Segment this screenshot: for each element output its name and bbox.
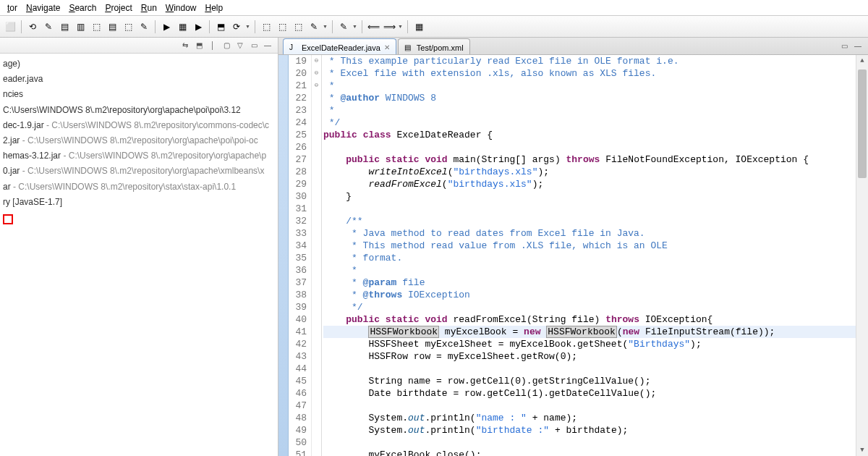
tree-item[interactable]: 2.jar - C:\Users\WINDOWS 8\.m2\repositor… <box>3 133 278 148</box>
dropdown-icon[interactable]: ▼ <box>352 24 358 29</box>
code-line[interactable]: */ <box>323 301 856 313</box>
tab-control-button[interactable]: ▭ <box>838 40 850 51</box>
code-line[interactable]: * @author WINDOWS 8 <box>323 92 856 104</box>
code-line[interactable]: * format. <box>323 252 856 264</box>
code-line[interactable]: * Excel file with extension .xls, also k… <box>323 67 856 80</box>
code-line[interactable] <box>323 141 856 153</box>
view-toolbar-button[interactable]: ▢ <box>221 40 232 51</box>
tree-item[interactable]: age) <box>3 56 278 72</box>
dropdown-icon[interactable]: ▼ <box>323 24 328 29</box>
menu-tor[interactable]: tor <box>3 1 22 14</box>
code-line[interactable]: * <box>323 264 856 276</box>
code-line[interactable]: * This example particularly read Excel f… <box>323 55 856 67</box>
tree-item[interactable]: eader.java <box>3 72 278 87</box>
tree-item[interactable]: dec-1.9.jar - C:\Users\WINDOWS 8\.m2\rep… <box>3 118 278 133</box>
code-line[interactable]: readFromExcel("birthdays.xls"); <box>323 178 856 190</box>
code-line[interactable]: HSSFRow row = myExcelSheet.getRow(0); <box>323 350 856 363</box>
view-toolbar-button[interactable]: ▭ <box>248 40 260 51</box>
fold-toggle-icon[interactable]: ⊖ <box>312 55 321 67</box>
toolbar-button[interactable]: ⬚ <box>121 20 135 34</box>
scroll-down-icon[interactable]: ▼ <box>856 444 868 456</box>
code-line[interactable]: public static void readFromExcel(String … <box>323 313 856 326</box>
code-line[interactable] <box>323 436 856 449</box>
view-toolbar-button[interactable]: ⬒ <box>193 40 205 51</box>
tree-item[interactable]: C:\Users\WINDOWS 8\.m2\repository\org\ap… <box>3 103 278 118</box>
toolbar-button[interactable]: ✎ <box>336 20 351 34</box>
code-line[interactable]: public static void main(String[] args) t… <box>323 153 856 166</box>
tree-item[interactable]: 0.jar - C:\Users\WINDOWS 8\.m2\repositor… <box>3 164 278 179</box>
code-line[interactable]: * <box>323 80 856 92</box>
code-editor[interactable]: 1920212223242526272829303132333435363738… <box>278 55 868 456</box>
code-line[interactable]: String name = row.getCell(0).getStringCe… <box>323 375 856 387</box>
toolbar-button[interactable]: ⟸ <box>366 20 380 34</box>
code-line[interactable]: * This method read value from .XLS file,… <box>323 240 856 252</box>
code-line[interactable]: /** <box>323 215 856 227</box>
code-text[interactable]: * This example particularly read Excel f… <box>322 55 856 456</box>
toolbar-button[interactable]: ▥ <box>73 20 88 34</box>
toolbar-button[interactable]: ⬚ <box>89 20 103 34</box>
code-line[interactable]: System.out.println("name : " + name); <box>323 412 856 424</box>
view-toolbar-button[interactable]: ⇆ <box>179 40 191 51</box>
code-line[interactable]: */ <box>323 117 856 129</box>
toolbar-button[interactable]: ▶ <box>191 20 205 34</box>
tree-item[interactable]: ry [JavaSE-1.7] <box>3 195 278 210</box>
toolbar-button[interactable]: ⬚ <box>275 20 289 34</box>
code-line[interactable]: * <box>323 104 856 117</box>
toolbar-button[interactable]: ▦ <box>175 20 190 34</box>
tree-item[interactable]: ar - C:\Users\WINDOWS 8\.m2\repository\s… <box>3 180 278 195</box>
view-toolbar-button[interactable]: │ <box>207 40 218 51</box>
tab-control-button[interactable]: — <box>852 40 864 51</box>
view-toolbar-button[interactable]: — <box>262 40 273 51</box>
editor-tab[interactable]: JExcelDateReader.java✕ <box>283 38 396 54</box>
menu-navigate[interactable]: Navigate <box>22 1 64 14</box>
code-line[interactable]: Date birthdate = row.getCell(1).getDateC… <box>323 387 856 400</box>
view-toolbar-button[interactable]: ▽ <box>234 40 246 51</box>
menu-search[interactable]: Search <box>64 1 101 14</box>
vertical-scrollbar[interactable]: ▲ ▼ <box>856 55 868 456</box>
code-line[interactable]: writeIntoExcel("birthdays.xls"); <box>323 166 856 178</box>
dropdown-icon[interactable]: ▼ <box>245 24 251 29</box>
toolbar-button[interactable]: ⟳ <box>229 20 244 34</box>
toolbar-button[interactable]: ✎ <box>307 20 321 34</box>
code-line[interactable] <box>323 203 856 215</box>
menu-help[interactable]: Help <box>201 1 228 14</box>
scroll-up-icon[interactable]: ▲ <box>856 55 868 67</box>
fold-toggle-icon[interactable]: ⊖ <box>312 80 321 92</box>
toolbar-button[interactable]: ⬒ <box>213 20 228 34</box>
toolbar-button[interactable]: ✎ <box>137 20 151 34</box>
code-line[interactable] <box>323 363 856 375</box>
toolbar-button[interactable]: ⬜ <box>3 20 17 34</box>
toolbar-button[interactable]: ▤ <box>57 20 72 34</box>
toolbar-button[interactable]: ▦ <box>412 20 426 34</box>
fold-gutter[interactable]: ⊖⊖⊖ <box>312 55 322 456</box>
toolbar-button[interactable]: ⬚ <box>259 20 273 34</box>
code-line[interactable]: * @param file <box>323 276 856 289</box>
code-line[interactable]: } <box>323 190 856 203</box>
menu-project[interactable]: Project <box>101 1 136 14</box>
toolbar-button[interactable]: ⟹ <box>382 20 396 34</box>
toolbar-button[interactable]: ▤ <box>105 20 119 34</box>
code-line[interactable]: * @throws IOException <box>323 289 856 301</box>
code-line[interactable]: System.out.println("birthdate :" + birth… <box>323 424 856 436</box>
fold-toggle-icon[interactable]: ⊖ <box>312 67 321 80</box>
tree-item[interactable]: hemas-3.12.jar - C:\Users\WINDOWS 8\.m2\… <box>3 148 278 164</box>
line-number: 28 <box>289 166 307 178</box>
scroll-thumb[interactable] <box>858 69 867 178</box>
toolbar-button[interactable]: ✎ <box>41 20 56 34</box>
code-line[interactable] <box>323 400 856 412</box>
code-line[interactable]: public class ExcelDateReader { <box>323 129 856 141</box>
toolbar-button[interactable]: ▶ <box>159 20 174 34</box>
dropdown-icon[interactable]: ▼ <box>398 24 404 29</box>
menu-run[interactable]: Run <box>137 1 161 14</box>
code-line[interactable]: HSSFSheet myExcelSheet = myExcelBook.get… <box>323 338 856 350</box>
code-line[interactable]: myExcelBook.close(); <box>323 449 856 456</box>
tree-item[interactable]: ncies <box>3 87 278 102</box>
menu-window[interactable]: Window <box>161 1 201 14</box>
toolbar-button[interactable]: ⟲ <box>25 20 40 34</box>
project-tree[interactable]: age)eader.javanciesC:\Users\WINDOWS 8\.m… <box>0 54 278 232</box>
toolbar-button[interactable]: ⬚ <box>291 20 305 34</box>
close-icon[interactable]: ✕ <box>384 43 390 51</box>
editor-tab[interactable]: ▤Test/pom.xml <box>398 38 470 54</box>
code-line[interactable]: HSSFWorkbook myExcelBook = new HSSFWorkb… <box>323 326 856 338</box>
code-line[interactable]: * Java method to read dates from Excel f… <box>323 227 856 240</box>
